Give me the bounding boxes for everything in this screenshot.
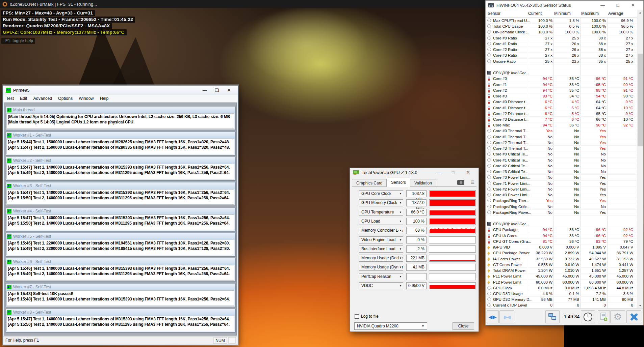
collapse-arrows-button[interactable]: ▶◀	[499, 310, 514, 323]
menu-item-help[interactable]: Help	[97, 95, 112, 102]
sensor-row[interactable]: Current cTDP Level0000	[486, 302, 637, 308]
sensor-select-dropdown[interactable]: PerfCap Reason▼	[359, 273, 403, 280]
screenshot-camera-icon[interactable]	[457, 180, 464, 185]
menu-item-edit[interactable]: Edit	[17, 95, 30, 102]
sensor-row[interactable]: Total DRAM Power1.304 W1.010 W1.651 W1.2…	[486, 268, 637, 273]
worker-log-area[interactable]: [Apr 5 15:47] Test 1, 1400000 Lucas-Lehm…	[6, 164, 234, 179]
sensor-row[interactable]: Core #1 Distance t...6 °C5 °C64 °C10 °C	[486, 105, 637, 111]
sensor-row[interactable]: CPU Package94 °C36 °C96 °C92 °C	[486, 227, 637, 233]
log-to-file-checkbox[interactable]	[355, 314, 359, 319]
sensor-row[interactable]: Core #1 Critical Te...NoNoNo	[486, 157, 637, 163]
sensor-select-dropdown[interactable]: GPU Core Clock▼	[359, 190, 403, 197]
worker-titlebar[interactable]: 2ᵖ Worker #1 - Self-Test	[6, 132, 235, 139]
remote-monitoring-button[interactable]	[545, 310, 560, 323]
worker-titlebar[interactable]: 2ᵖ Worker #2 - Self-Test	[6, 157, 235, 164]
sensor-row[interactable]: Core #294 °C35 °C95 °C91 °C	[486, 88, 637, 93]
sensor-row[interactable]: Core #3 Critical Te...NoNoNo	[486, 169, 637, 175]
sensor-row[interactable]: Core #2 Thermal T...NoNoYes	[486, 140, 637, 146]
prime95-titlebar[interactable]: 2ᵖ Prime95 — ❏ ✕	[3, 86, 238, 95]
sensor-row[interactable]: Core #2 Distance t...6 °C5 °C65 °C9 °C	[486, 111, 637, 117]
sensor-row[interactable]: Package/Ring Powe...NoNoYes	[486, 210, 637, 215]
column-maximum[interactable]: Maximum	[581, 11, 606, 16]
log-to-file-option[interactable]: Log to file	[355, 314, 379, 319]
close-button[interactable]: ✕	[625, 3, 641, 8]
menu-item-options[interactable]: Options	[55, 95, 76, 102]
tab-sensors[interactable]: Sensors	[387, 178, 410, 187]
minimize-button[interactable]: —	[431, 170, 446, 175]
sensor-row[interactable]: Core #3 Power Limi...NoNoYes	[486, 192, 637, 198]
worker-log-area[interactable]: [Apr 5 15:46] Test 1, 1400000 Lucas-Lehm…	[6, 265, 234, 281]
sensor-row[interactable]: Core #0 Distance t...6 °C4 °C64 °C9 °C	[486, 99, 637, 105]
sensor-row[interactable]: IA Cores Power32.550 W0.732 W49.627 W31.…	[486, 256, 637, 262]
column-minimum[interactable]: Minimum	[554, 11, 579, 16]
vertical-scrollbar[interactable]: ▲ ▼	[637, 10, 643, 309]
sensor-row[interactable]: Core #0 Critical Te...NoNoNo	[486, 151, 637, 157]
sensor-row[interactable]: Core #2 Critical Te...NoNoNo	[486, 163, 637, 169]
sensor-row[interactable]: Core #194 °C36 °C95 °C90 °C	[486, 82, 637, 88]
sensor-row[interactable]: Package/Ring Ther...YesNoYes	[486, 198, 637, 204]
sensor-table-header[interactable]: Sensor Current Minimum Maximum Average	[486, 9, 637, 18]
sensor-row[interactable]: Core #3 Distance t...7 °C6 °C66 °C10 °C	[486, 117, 637, 122]
worker-log-area[interactable]: [Main thread Apr 5 14:05] Optimizing for…	[6, 113, 234, 129]
sensor-select-dropdown[interactable]: Memory Usage (Dynamic)▼	[359, 264, 403, 271]
clock-button[interactable]	[581, 310, 595, 323]
sensor-row[interactable]: GPU D3D Memory D...86 MB77 MB141 MB80 MB	[486, 297, 637, 302]
worker-log-area[interactable]: [Apr 5 15:47] Test 1, 1400000 Lucas-Lehm…	[6, 189, 234, 205]
sensor-row[interactable]: GPU Clock0.0 MHz0.0 MHz1,098.4 MHz44.8 M…	[486, 285, 637, 291]
sensor-row[interactable]: PL2 Power Limit60.000 W60.000 W60.000 W6…	[486, 280, 637, 285]
worker-titlebar[interactable]: 2ᵖ Main thread	[6, 107, 235, 113]
minimize-button[interactable]: —	[595, 3, 610, 8]
menu-item-advanced[interactable]: Advanced	[30, 95, 55, 102]
sensor-row[interactable]: Core #3 Ratio27 x26 x38 x27 x	[486, 53, 637, 58]
maximize-button[interactable]: ❏	[211, 88, 223, 93]
sensor-row[interactable]: Core #1 Power Limi...NoNoYes	[486, 181, 637, 186]
sensor-row[interactable]: Core Max94 °C36 °C96 °C92 °C	[486, 122, 637, 128]
minimize-button[interactable]: —	[199, 88, 211, 93]
worker-log-area[interactable]: [Apr 5 15:44] Test 1, 1500000 Lucas-Lehm…	[6, 139, 234, 154]
scroll-down-icon[interactable]: ▼	[637, 303, 643, 309]
sensor-row[interactable]: GT Cores Power0.555 W0.010 W1.474 W0.441…	[486, 262, 637, 268]
sensor-row[interactable]: Core #2 Power Limi...NoNoYes	[486, 186, 637, 192]
sensor-row[interactable]: PL1 Power Limit45.000 W45.000 W45.000 W4…	[486, 273, 637, 279]
sensor-select-dropdown[interactable]: GPU Temperature▼	[359, 209, 403, 216]
sensor-row[interactable]: Total CPU Usage100.0 %0.5 %100.0 %96.5 %	[486, 24, 637, 29]
column-current[interactable]: Current	[528, 11, 552, 16]
sensor-row[interactable]: Core #094 °C36 °C96 °C91 °C	[486, 76, 637, 82]
sensor-row[interactable]: Core #0 Ratio27 x25 x38 x27 x	[486, 35, 637, 41]
sensor-select-dropdown[interactable]: GPU Memory Clock▼	[359, 199, 403, 206]
sensor-row[interactable]: Core #0 Power Limi...NoNoYes	[486, 175, 637, 180]
exit-button[interactable]	[626, 310, 641, 323]
gpuz-titlebar[interactable]: TechPowerUp GPU-Z 1.18.0 — □ ✕	[350, 168, 479, 177]
sensor-select-dropdown[interactable]: Bus Interface Load▼	[359, 245, 403, 253]
sensor-row[interactable]: Uncore Ratio25 x23 x35 x25 x	[486, 59, 637, 64]
hwinfo-titlebar[interactable]: HWiNFO64 v5.42-3050 Sensor Status — □ ✕	[486, 1, 643, 9]
sensor-row[interactable]: GPU D3D Usage4.6 %0.1 %7.2 %3.6 %	[486, 291, 637, 297]
sensor-row[interactable]: CPU Package Power38.220 W2.899 W54.944 W…	[486, 250, 637, 256]
menu-item-test[interactable]: Test	[3, 95, 17, 102]
maximize-button[interactable]: □	[610, 3, 625, 8]
sensor-row[interactable]: Core #2 Ratio27 x26 x38 x27 x	[486, 47, 637, 53]
sensor-row[interactable]: On-Demand Clock ...100.0 %100.0 %100.0 %…	[486, 29, 637, 35]
sensor-select-dropdown[interactable]: GPU Load▼	[359, 218, 403, 225]
sensor-row[interactable]: Core #1 Thermal T...NoNoYes	[486, 134, 637, 140]
worker-log-area[interactable]: [Apr 5 15:47] Test 1, 1400000 Lucas-Lehm…	[6, 316, 234, 331]
navigate-arrows-button[interactable]: ◀▶	[487, 310, 499, 323]
column-sensor[interactable]: Sensor	[488, 11, 500, 16]
hamburger-menu-icon[interactable]: ≡	[471, 178, 474, 186]
close-button[interactable]: ✕	[461, 170, 475, 175]
worker-log-area[interactable]: [Apr 5 15:48] Self-test 10K passed! [Apr…	[6, 290, 234, 306]
worker-titlebar[interactable]: 2ᵖ Worker #6 - Self-Test	[6, 258, 235, 265]
close-button[interactable]: ✕	[223, 88, 235, 93]
tab-graphics-card[interactable]: Graphics Card	[352, 179, 387, 187]
sensor-select-dropdown[interactable]: VDDC▼	[359, 282, 403, 289]
sensor-row[interactable]: CPU GT Cores (Gra...81 °C36 °C83 °C79 °C	[486, 239, 637, 244]
gpu-device-dropdown[interactable]: NVIDIA Quadro M2200 ▼	[354, 322, 427, 330]
sensor-group-header[interactable]: CPU [#0]: Intel Cor...	[486, 221, 637, 227]
sensor-row[interactable]: CPU IA Cores94 °C36 °C96 °C92 °C	[486, 233, 637, 239]
worker-titlebar[interactable]: 2ᵖ Worker #3 - Self-Test	[6, 182, 235, 189]
settings-button[interactable]: ⚙	[610, 310, 625, 323]
worker-titlebar[interactable]: 2ᵖ Worker #7 - Self-Test	[6, 284, 235, 290]
sensor-row[interactable]: Package/Ring Critic...NoNoNo	[486, 204, 637, 210]
sensor-row[interactable]: Core #1 Ratio27 x26 x38 x27 x	[486, 41, 637, 47]
sensor-row[interactable]: Core #0 Thermal T...YesNoYes	[486, 128, 637, 134]
